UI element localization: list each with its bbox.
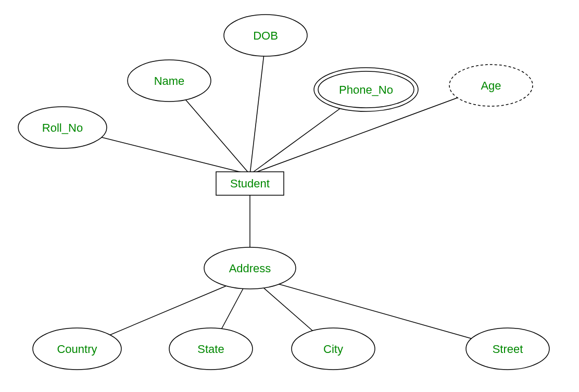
attr-name-label: Name — [154, 74, 185, 87]
attr-dob-label: DOB — [253, 29, 278, 42]
attr-phoneno-label: Phone_No — [339, 83, 393, 96]
attr-address-label: Address — [229, 262, 271, 275]
attr-street-label: Street — [493, 343, 523, 356]
er-diagram: Student Roll_No Name DOB Phone_No Age Ad… — [0, 0, 579, 392]
attr-age-label: Age — [481, 79, 501, 92]
attr-city-label: City — [323, 343, 343, 356]
edge-address-street — [250, 276, 508, 349]
attr-rollno-label: Roll_No — [42, 121, 83, 134]
edge-student-dob — [250, 41, 266, 174]
attr-state-label: State — [197, 343, 224, 356]
entity-student-label: Student — [230, 177, 270, 190]
attr-country-label: Country — [57, 343, 97, 356]
